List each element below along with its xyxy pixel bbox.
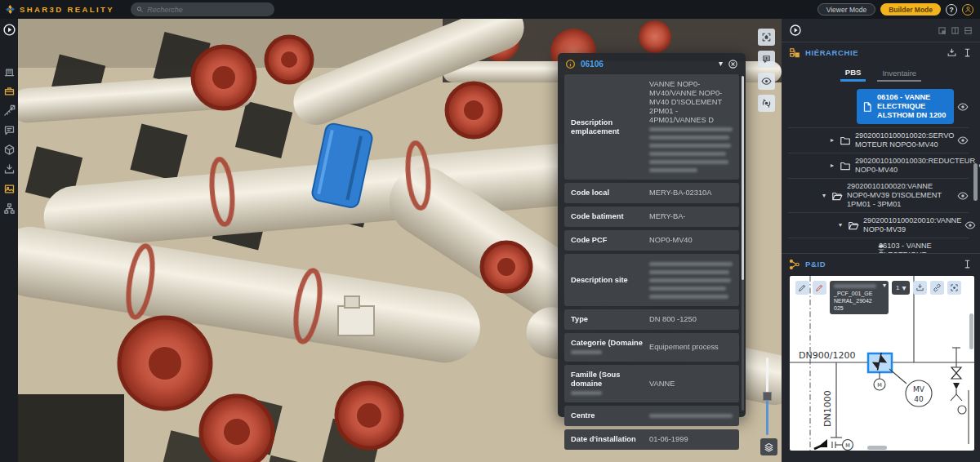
viewer-mode-button[interactable]: Viewer Mode <box>817 3 875 16</box>
eye-icon <box>964 220 976 231</box>
layers-button[interactable] <box>760 438 777 455</box>
tree-item-label: 29020010100010030:REDUCTEUR NOP0-MV40 <box>855 157 975 175</box>
download-icon <box>3 163 16 175</box>
search-bar[interactable] <box>131 2 274 16</box>
rail-toolbox-button[interactable] <box>3 85 16 97</box>
eye-icon <box>957 190 969 202</box>
hierarchy-tree: 06106 - VANNE ELECTRIQUE ALSTHOM DN 1200… <box>782 83 980 253</box>
builder-mode-button[interactable]: Builder Mode <box>880 3 941 16</box>
pid-header[interactable]: P&ID <box>782 254 980 274</box>
scroll-down-icon[interactable] <box>878 249 884 252</box>
field-label: Date d'installation <box>571 435 644 444</box>
viewer-slider[interactable] <box>762 358 772 435</box>
rail-image-button[interactable] <box>3 183 16 195</box>
field-value <box>649 411 733 420</box>
eye-toggle[interactable] <box>957 135 969 146</box>
rail-measure-button[interactable] <box>3 104 16 117</box>
eye-toggle[interactable] <box>964 220 976 231</box>
tree-item[interactable]: ▾29020010100020010:VANNE NOP0-MV39 <box>788 213 969 238</box>
search-input[interactable] <box>147 6 269 14</box>
caret-right-icon[interactable]: ▸ <box>831 162 840 169</box>
image-icon <box>3 183 16 195</box>
detail-field-row: Description site <box>564 254 739 306</box>
pid-doc-name-line: 025 <box>834 304 879 312</box>
annotation-stamp-button[interactable] <box>758 51 775 68</box>
tree-item-label: 06103 - VANNE ELECTRIQUE PAPILON ALSTHOM… <box>879 242 954 253</box>
download-icon[interactable] <box>947 47 957 58</box>
tree-item[interactable]: ▸29020010100010020:SERVO MOTEUR NOPO0-MV… <box>788 128 969 153</box>
field-label: Centre <box>571 411 644 420</box>
rail-cube-3d-button[interactable] <box>3 144 16 156</box>
pid-fit-button[interactable] <box>947 281 961 295</box>
slider-thumb[interactable] <box>763 392 772 401</box>
filter-ibeam-icon[interactable] <box>962 47 973 58</box>
pid-doc-select[interactable]: ▾ _PCF_001_GENERAL_29042025 <box>830 281 889 314</box>
pid-hscrollbar-thumb[interactable] <box>867 446 887 450</box>
close-icon[interactable] <box>728 59 738 69</box>
field-label: Categorie (Domaine <box>571 339 644 356</box>
tab-pbs[interactable]: PBS <box>840 68 866 82</box>
field-value: MERY-BA- <box>649 212 733 221</box>
tab-inventaire[interactable]: Inventaire <box>877 69 921 82</box>
layers-icon <box>764 442 774 452</box>
right-panel: HIÉRARCHIE PBS Inventaire 06106 - VANNE … <box>782 19 980 462</box>
field-label: Famille (Sous domaine <box>571 371 644 397</box>
toolbox-icon <box>3 85 16 97</box>
hierarchy-header[interactable]: HIÉRARCHIE <box>782 42 980 63</box>
pid-draw-button[interactable] <box>795 281 809 295</box>
layout-single-icon[interactable] <box>938 26 947 35</box>
left-tool-rail <box>0 19 18 462</box>
eye-icon <box>957 101 969 113</box>
orbit-reset-button[interactable] <box>758 95 775 112</box>
pid-download-button[interactable] <box>913 281 927 295</box>
pid-redline-button[interactable] <box>813 281 826 295</box>
rail-factory-button[interactable] <box>3 65 16 78</box>
folderOpen-icon <box>848 220 859 231</box>
comment-icon <box>3 124 16 136</box>
profile-button[interactable] <box>962 4 973 16</box>
rail-org-chart-button[interactable] <box>3 202 16 215</box>
layout-two-columns-icon[interactable] <box>951 26 960 35</box>
pid-canvas[interactable]: ▾ _PCF_001_GENERAL_29042025 1 ▾ <box>790 276 974 451</box>
pid-toolbar: ▾ _PCF_001_GENERAL_29042025 1 ▾ <box>795 281 961 314</box>
help-button[interactable]: ? <box>946 4 957 16</box>
field-label: Description emplacement <box>571 118 644 136</box>
tree-scrollbar-thumb[interactable] <box>973 163 978 201</box>
field-value: 01-06-1999 <box>649 435 733 444</box>
chevron-down-icon: ▾ <box>902 284 906 292</box>
eye-toggle[interactable] <box>957 190 969 202</box>
rail-comment-button[interactable] <box>3 124 16 136</box>
pid-vscrollbar-thumb[interactable] <box>969 313 973 349</box>
eye-icon <box>761 76 772 87</box>
caret-down-icon[interactable]: ▾ <box>822 193 831 199</box>
scroll-up-icon[interactable] <box>878 244 884 247</box>
pid-selected-valve[interactable] <box>868 353 906 384</box>
slider-track-lower[interactable] <box>766 397 768 435</box>
pid-page-select[interactable]: 1 ▾ <box>892 281 910 295</box>
tree-item[interactable]: ▾29020010100020:VANNE NOP0-MV39 D'ISOLEM… <box>788 179 969 213</box>
rail-play-circle-button[interactable] <box>2 23 16 37</box>
tree-item[interactable]: ▸29020010100010030:REDUCTEUR NOP0-MV40 <box>788 153 969 179</box>
eye-button[interactable] <box>758 73 775 90</box>
object-detail-popup: 06106 ▾ Description emplacementVANNE NOP… <box>558 53 746 417</box>
collapse-caret-icon[interactable]: ▾ <box>719 60 723 68</box>
rail-download-button[interactable] <box>3 163 16 175</box>
field-label: Description site <box>571 276 644 285</box>
layout-two-rows-icon[interactable] <box>964 26 973 35</box>
popup-fields: Description emplacementVANNE NOP0-MV40/V… <box>558 74 746 450</box>
caret-right-icon[interactable]: ▸ <box>831 137 840 144</box>
folderOpen-icon <box>831 190 843 202</box>
detail-field-row: Categorie (DomaineEquipement process <box>564 333 739 362</box>
slider-track-upper[interactable] <box>766 358 768 397</box>
app-logo: SHAR3D REALITY <box>5 4 114 15</box>
tree-item[interactable]: 06106 - VANNE ELECTRIQUE ALSTHOM DN 1200 <box>788 86 969 128</box>
filter-ibeam-icon[interactable] <box>962 259 973 269</box>
pid-link-button[interactable] <box>930 281 944 295</box>
panel-play-icon[interactable] <box>789 24 802 37</box>
fit-view-button[interactable] <box>758 29 775 46</box>
pid-network-icon <box>789 259 800 270</box>
doc-icon <box>862 101 873 113</box>
popup-scrollbar-thumb[interactable] <box>742 76 744 280</box>
caret-down-icon[interactable]: ▾ <box>839 222 848 229</box>
eye-toggle[interactable] <box>957 101 969 113</box>
